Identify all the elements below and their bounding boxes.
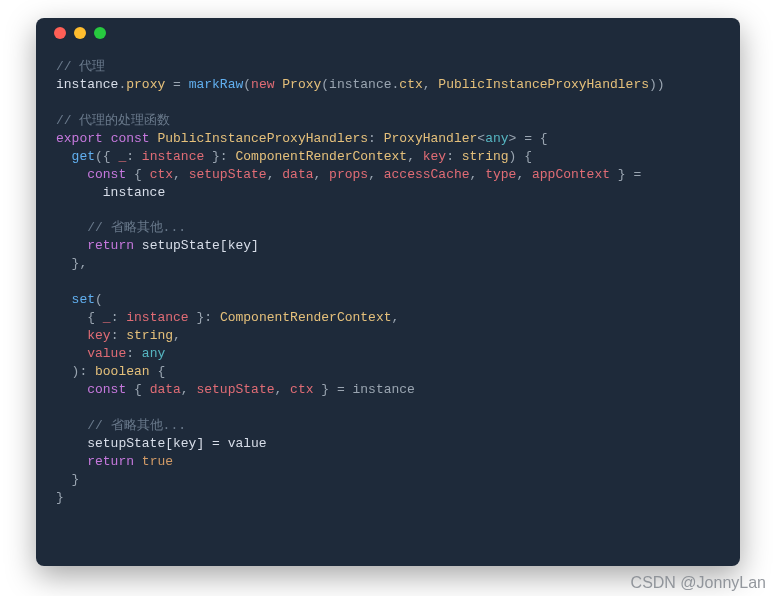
code-text: instance <box>56 77 118 92</box>
watermark-text: CSDN @JonnyLan <box>631 574 766 592</box>
code-text: ctx <box>290 382 313 397</box>
code-text: } = <box>610 167 641 182</box>
code-text: = <box>165 77 188 92</box>
code-text <box>56 346 87 361</box>
code-text: appContext <box>532 167 610 182</box>
code-text: type <box>485 167 516 182</box>
code-text: setupState[key] <box>134 238 259 253</box>
code-text: }: <box>204 149 235 164</box>
code-text: PublicInstanceProxyHandlers <box>157 131 368 146</box>
code-text: _ <box>103 310 111 325</box>
code-text: , <box>392 310 400 325</box>
code-keyword: return <box>87 238 134 253</box>
code-text: , <box>368 167 384 182</box>
code-text: : <box>111 328 127 343</box>
code-text: : <box>368 131 384 146</box>
code-text: ): <box>56 364 95 379</box>
code-comment: // 省略其他... <box>56 220 186 235</box>
code-text: , <box>181 382 197 397</box>
code-text: , <box>314 167 330 182</box>
code-text: ctx <box>399 77 422 92</box>
code-text: , <box>173 328 181 343</box>
code-text: Proxy <box>282 77 321 92</box>
code-text: { <box>126 167 149 182</box>
minimize-icon <box>74 27 86 39</box>
window-titlebar <box>36 18 740 48</box>
code-text: = { <box>516 131 547 146</box>
code-text: any <box>485 131 508 146</box>
code-text: data <box>282 167 313 182</box>
code-text <box>56 292 72 307</box>
code-text: }: <box>189 310 220 325</box>
code-text: any <box>142 346 165 361</box>
code-keyword: export <box>56 131 103 146</box>
code-text: instance <box>56 185 165 200</box>
code-text <box>56 167 87 182</box>
code-text <box>134 454 142 469</box>
code-text: { <box>56 310 103 325</box>
code-text: , <box>274 382 290 397</box>
code-text <box>56 382 87 397</box>
code-text <box>56 454 87 469</box>
code-keyword: return <box>87 454 134 469</box>
code-text: : <box>126 149 142 164</box>
code-text: ) { <box>509 149 532 164</box>
code-text <box>56 328 87 343</box>
code-text: setupState[key] = value <box>56 436 267 451</box>
close-icon <box>54 27 66 39</box>
code-text: setupState <box>189 167 267 182</box>
code-text: } <box>56 472 79 487</box>
code-text: } <box>56 490 64 505</box>
code-text: key <box>423 149 446 164</box>
code-keyword: new <box>251 77 274 92</box>
code-text: ComponentRenderContext <box>235 149 407 164</box>
code-text: } = instance <box>314 382 415 397</box>
code-text: : <box>446 149 462 164</box>
code-text: < <box>477 131 485 146</box>
code-text: , <box>267 167 283 182</box>
code-text: setupState <box>196 382 274 397</box>
code-text: markRaw <box>189 77 244 92</box>
code-text: (instance. <box>321 77 399 92</box>
code-comment: // 代理 <box>56 59 105 74</box>
code-window: // 代理 instance.proxy = markRaw(new Proxy… <box>36 18 740 566</box>
code-text: props <box>329 167 368 182</box>
code-text: instance <box>126 310 188 325</box>
code-text: ({ <box>95 149 118 164</box>
code-text: , <box>407 149 423 164</box>
code-text <box>56 238 87 253</box>
maximize-icon <box>94 27 106 39</box>
code-text: , <box>516 167 532 182</box>
code-text: get <box>72 149 95 164</box>
code-text: , <box>423 77 439 92</box>
code-text: ( <box>243 77 251 92</box>
code-text: instance <box>142 149 204 164</box>
code-text: { <box>150 364 166 379</box>
code-text: string <box>462 149 509 164</box>
code-text: key <box>87 328 110 343</box>
code-text: )) <box>649 77 665 92</box>
code-text: data <box>150 382 181 397</box>
code-text: string <box>126 328 173 343</box>
code-block: // 代理 instance.proxy = markRaw(new Proxy… <box>36 48 740 526</box>
code-text: , <box>470 167 486 182</box>
code-text: boolean <box>95 364 150 379</box>
code-keyword: const <box>111 131 150 146</box>
code-text: set <box>72 292 95 307</box>
code-text: }, <box>56 256 87 271</box>
code-text: { <box>126 382 149 397</box>
code-text: ProxyHandler <box>384 131 478 146</box>
code-keyword: const <box>87 167 126 182</box>
code-text: PublicInstanceProxyHandlers <box>438 77 649 92</box>
code-text <box>103 131 111 146</box>
code-keyword: const <box>87 382 126 397</box>
code-text: ComponentRenderContext <box>220 310 392 325</box>
code-text: proxy <box>126 77 165 92</box>
code-text: value <box>87 346 126 361</box>
code-comment: // 代理的处理函数 <box>56 113 170 128</box>
code-text: : <box>111 310 127 325</box>
code-text <box>56 149 72 164</box>
code-text: accessCache <box>384 167 470 182</box>
code-text: ctx <box>150 167 173 182</box>
code-text: , <box>173 167 189 182</box>
